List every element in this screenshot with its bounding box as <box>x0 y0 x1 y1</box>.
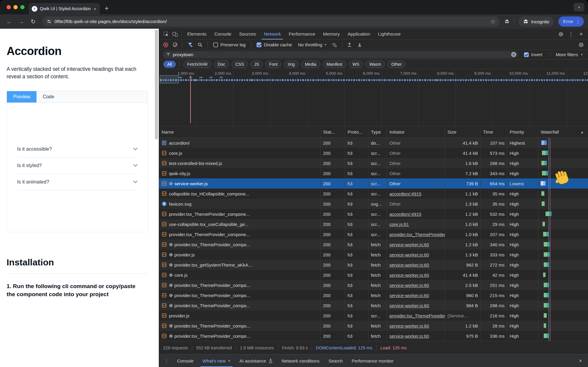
disable-cache-checkbox[interactable]: Disable cache <box>254 42 294 47</box>
network-request-row[interactable]: provider.tsx_ThemeProvider_compo... 200 … <box>159 280 588 290</box>
initiator-text[interactable]: Other <box>389 201 401 207</box>
network-settings-gear-icon[interactable] <box>577 41 586 49</box>
clear-network-log-icon[interactable] <box>173 42 177 47</box>
network-request-row[interactable]: collapsible.tsx_HCollapsible_compone... … <box>159 189 588 199</box>
initiator-text[interactable]: service-worker.js:60 <box>389 273 429 278</box>
filter-chip-other[interactable]: Other <box>387 61 406 68</box>
filter-chip-fetchxhr[interactable]: Fetch/XHR <box>183 61 211 68</box>
throttling-dropdown[interactable]: No throttling ▾ <box>295 42 328 47</box>
new-tab-button[interactable]: + <box>105 4 109 13</box>
devtools-tab-application[interactable]: Application <box>344 29 374 39</box>
preserve-log-checkbox[interactable]: Preserve log <box>211 42 248 47</box>
column-header-proto[interactable]: Proto... <box>345 126 368 137</box>
initiator-cell[interactable]: service-worker.js:60 <box>387 260 445 270</box>
network-request-row[interactable]: provider.tsx_ThemeProvider_compo... 200 … <box>159 321 588 331</box>
back-icon[interactable]: ← <box>4 18 14 25</box>
initiator-text[interactable]: service-worker.js:60 <box>389 334 429 339</box>
filter-chip-wasm[interactable]: Wasm <box>365 61 385 68</box>
initiator-cell[interactable]: service-worker.js:60 <box>387 321 445 331</box>
initiator-cell[interactable]: Other <box>387 178 445 189</box>
initiator-cell[interactable]: core.js:61 <box>387 219 445 229</box>
drawer-tab-aiassistance[interactable]: AI assistance <box>235 354 277 367</box>
devtools-settings-gear-icon[interactable] <box>556 30 565 38</box>
initiator-text[interactable]: service-worker.js:60 <box>389 242 429 247</box>
checkbox-checked[interactable] <box>257 42 261 47</box>
filter-chip-all[interactable]: All <box>163 61 176 68</box>
initiator-cell[interactable]: Other <box>387 148 445 158</box>
devtools-more-options-icon[interactable]: ⋮ <box>566 31 575 38</box>
initiator-text[interactable]: Other <box>389 151 401 156</box>
device-toolbar-icon[interactable] <box>170 30 179 38</box>
initiator-cell[interactable]: service-worker.js:60 <box>387 270 445 280</box>
filter-chip-doc[interactable]: Doc <box>214 61 229 68</box>
network-overview-timeline[interactable]: 1,000 ms2,000 ms3,000 ms4,000 ms5,000 ms… <box>159 69 588 126</box>
forward-icon[interactable]: → <box>16 18 26 25</box>
accordion-item[interactable]: Is it accessible? <box>17 141 138 157</box>
network-request-row[interactable]: provider.tsx_ThemeProvider_compo... 200 … <box>159 239 588 250</box>
network-request-row[interactable]: service-worker.js 200 h3 scr... Other 73… <box>159 178 588 189</box>
network-request-row[interactable]: provider.tsx_ThemeProvider_compone... 20… <box>159 229 588 239</box>
devtools-tab-network[interactable]: Network <box>260 29 285 39</box>
network-request-row[interactable]: accordion/ 200 h3 do... Other 41.4 kB 10… <box>159 138 588 148</box>
filter-chip-img[interactable]: Img <box>284 61 298 68</box>
network-request-row[interactable]: use-collapsible.tsx_useCollapsible_ge...… <box>159 219 588 229</box>
reload-icon[interactable]: ↻ <box>28 18 38 25</box>
devtools-tab-memory[interactable]: Memory <box>319 29 344 39</box>
initiator-cell[interactable]: service-worker.js:60 <box>387 331 445 341</box>
drawer-tab-close-icon[interactable]: × <box>228 358 230 363</box>
initiator-cell[interactable]: Other <box>387 158 445 168</box>
network-request-row[interactable]: qwik-city.js 200 h3 scr... Other 7.2 kB … <box>159 168 588 178</box>
initiator-text[interactable]: service-worker.js:60 <box>389 293 429 298</box>
drawer-tab-console[interactable]: Console <box>173 354 198 367</box>
devtools-close-icon[interactable]: × <box>577 31 586 37</box>
column-header-stat[interactable]: Stat... <box>321 126 345 137</box>
clear-filter-icon[interactable]: × <box>511 52 516 57</box>
devtools-tab-elements[interactable]: Elements <box>183 29 211 39</box>
initiator-text[interactable]: provider.tsx_ThemeProvider <box>389 232 445 237</box>
accordion-item[interactable]: Is it styled? <box>17 157 138 174</box>
initiator-text[interactable]: accordion/:4915 <box>389 212 421 217</box>
initiator-text[interactable]: service-worker.js:60 <box>389 283 429 288</box>
column-header-type[interactable]: Type <box>368 126 387 137</box>
network-request-row[interactable]: favicon.svg 200 h3 svg... Other 1.3 kB 3… <box>159 199 588 209</box>
error-menu-icon[interactable]: ⋮ <box>576 19 580 24</box>
initiator-text[interactable]: service-worker.js:60 <box>389 262 429 267</box>
network-request-row[interactable]: test-controlled-list-mixed.js 200 h3 scr… <box>159 158 588 168</box>
initiator-text[interactable]: service-worker.js:60 <box>389 303 429 308</box>
column-header-name[interactable]: Name <box>159 126 321 137</box>
minimize-window-button[interactable] <box>13 5 18 9</box>
initiator-cell[interactable]: provider.tsx_ThemeProvider <box>387 311 445 321</box>
initiator-cell[interactable]: Other <box>387 168 445 178</box>
column-header-initiator[interactable]: Initiator <box>387 126 445 137</box>
devtools-tab-lighthouse[interactable]: Lighthouse <box>374 29 405 39</box>
checkbox-unchecked[interactable] <box>213 42 218 47</box>
devtools-tab-sources[interactable]: Sources <box>235 29 260 39</box>
filter-chip-media[interactable]: Media <box>301 61 320 68</box>
browser-tab[interactable]: Qwik UI | Styled Accordion Co × <box>29 3 100 14</box>
network-request-row[interactable]: core.js 200 h3 fetch service-worker.js:6… <box>159 270 588 280</box>
column-header-size[interactable]: Size <box>445 126 481 137</box>
drawer-tab-performancemonitor[interactable]: Performance monitor <box>347 354 398 367</box>
tab-preview[interactable]: Preview <box>7 91 36 103</box>
zoom-window-button[interactable] <box>20 5 25 9</box>
record-network-log-icon[interactable] <box>163 42 168 47</box>
filter-funnel-icon[interactable] <box>185 41 194 49</box>
site-settings-icon[interactable] <box>47 19 51 24</box>
initiator-text[interactable]: provider.tsx_ThemeProvider <box>389 313 445 318</box>
network-request-row[interactable]: provider.tsx_ThemeProvider_compone... 20… <box>159 209 588 219</box>
initiator-text[interactable]: accordion/:4915 <box>389 191 421 196</box>
initiator-cell[interactable]: service-worker.js:60 <box>387 239 445 250</box>
initiator-text[interactable]: service-worker.js:60 <box>389 252 429 257</box>
invert-checkbox[interactable]: Invert <box>522 52 545 57</box>
column-header-waterfall[interactable]: Waterfall▲ <box>538 126 588 137</box>
initiator-cell[interactable]: accordion/:4915 <box>387 209 445 219</box>
filter-input[interactable]: proxytown × <box>163 51 518 58</box>
initiator-cell[interactable]: Other <box>387 138 445 148</box>
initiator-text[interactable]: Other <box>389 181 401 186</box>
tab-search-chevron-button[interactable]: ▾ <box>574 3 584 11</box>
tab-code[interactable]: Code <box>36 91 60 103</box>
drawer-close-icon[interactable]: × <box>573 358 588 364</box>
filter-chip-css[interactable]: CSS <box>231 61 248 68</box>
accordion-item[interactable]: Is it animated? <box>17 174 138 190</box>
column-header-priority[interactable]: Priority <box>507 126 538 137</box>
